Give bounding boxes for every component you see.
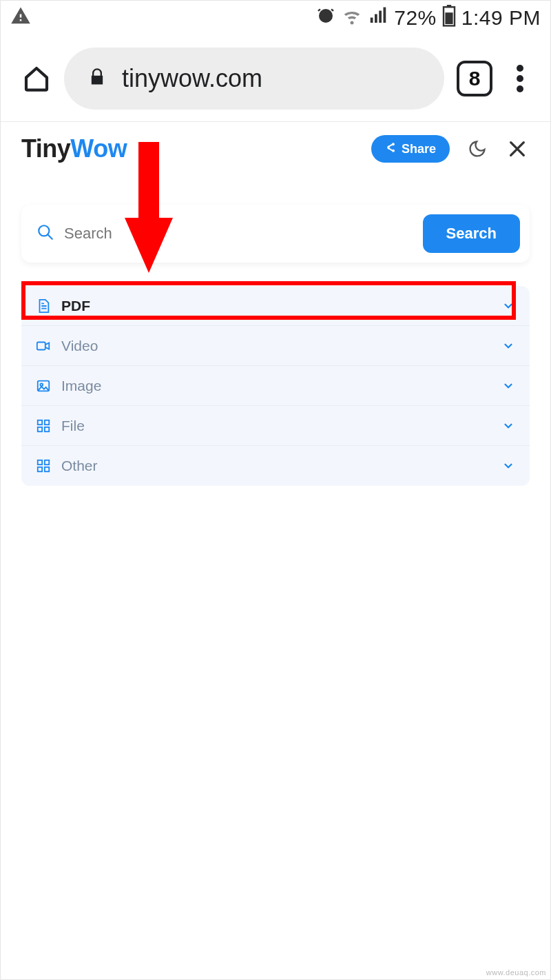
- image-icon: [35, 378, 52, 394]
- browser-toolbar: tinywow.com 8: [1, 35, 550, 122]
- url-text: tinywow.com: [122, 64, 262, 93]
- search-input[interactable]: [64, 225, 412, 243]
- category-label: Video: [61, 338, 98, 354]
- category-label: PDF: [61, 298, 90, 314]
- home-button[interactable]: [21, 63, 52, 94]
- category-item-image[interactable]: Image: [21, 366, 530, 406]
- share-icon: [385, 142, 396, 156]
- logo-text-primary: Tiny: [21, 134, 70, 163]
- category-item-video[interactable]: Video: [21, 326, 530, 366]
- chevron-down-icon: [501, 378, 516, 394]
- chevron-down-icon: [501, 458, 516, 473]
- tab-switcher[interactable]: 8: [457, 61, 492, 96]
- svg-rect-2: [445, 12, 453, 24]
- warning-icon: [10, 6, 31, 31]
- svg-rect-12: [45, 420, 49, 424]
- site-header: TinyWow Share: [1, 122, 550, 172]
- category-label: File: [61, 418, 85, 434]
- status-bar: 72% 1:49 PM: [1, 1, 550, 35]
- search-button[interactable]: Search: [423, 214, 520, 253]
- svg-rect-18: [45, 467, 49, 471]
- chevron-down-icon: [501, 418, 516, 433]
- site-logo[interactable]: TinyWow: [21, 134, 127, 163]
- share-button[interactable]: Share: [371, 135, 450, 163]
- logo-text-secondary: Wow: [70, 134, 127, 163]
- signal-icon: [368, 6, 388, 31]
- svg-line-7: [48, 234, 52, 239]
- search-button-label: Search: [446, 225, 497, 242]
- document-icon: [35, 298, 52, 314]
- svg-point-5: [517, 85, 523, 92]
- battery-percent: 72%: [394, 6, 437, 30]
- dark-mode-toggle[interactable]: [466, 138, 488, 160]
- clock-time: 1:49 PM: [461, 6, 541, 30]
- svg-rect-11: [38, 420, 42, 424]
- category-label: Other: [61, 458, 98, 474]
- grid-icon: [35, 418, 52, 434]
- chevron-down-icon: [501, 298, 516, 314]
- video-icon: [35, 338, 52, 354]
- grid-icon: [35, 458, 52, 474]
- share-label: Share: [402, 142, 436, 156]
- svg-point-10: [40, 383, 43, 386]
- tab-count-value: 8: [469, 67, 481, 90]
- battery-icon: [442, 5, 456, 32]
- overflow-menu-button[interactable]: [505, 63, 535, 94]
- svg-rect-17: [38, 467, 42, 471]
- lock-icon: [87, 68, 107, 90]
- category-item-pdf[interactable]: PDF: [21, 286, 530, 326]
- category-list: PDF Video Image File: [21, 286, 530, 486]
- svg-rect-16: [45, 460, 49, 465]
- svg-point-3: [517, 65, 523, 72]
- svg-rect-13: [38, 427, 42, 431]
- address-bar[interactable]: tinywow.com: [64, 48, 444, 110]
- close-button[interactable]: [505, 136, 530, 161]
- category-item-file[interactable]: File: [21, 406, 530, 446]
- category-label: Image: [61, 378, 101, 394]
- svg-rect-15: [38, 460, 42, 465]
- wifi-icon: [342, 6, 362, 31]
- search-card: Search: [21, 205, 530, 263]
- category-item-other[interactable]: Other: [21, 446, 530, 486]
- svg-point-4: [517, 75, 523, 82]
- chevron-down-icon: [501, 338, 516, 354]
- alarm-icon: [315, 6, 336, 31]
- watermark: www.deuaq.com: [486, 968, 546, 977]
- svg-rect-14: [45, 427, 49, 431]
- search-icon: [37, 223, 54, 244]
- svg-rect-1: [447, 5, 451, 7]
- svg-rect-8: [37, 342, 45, 349]
